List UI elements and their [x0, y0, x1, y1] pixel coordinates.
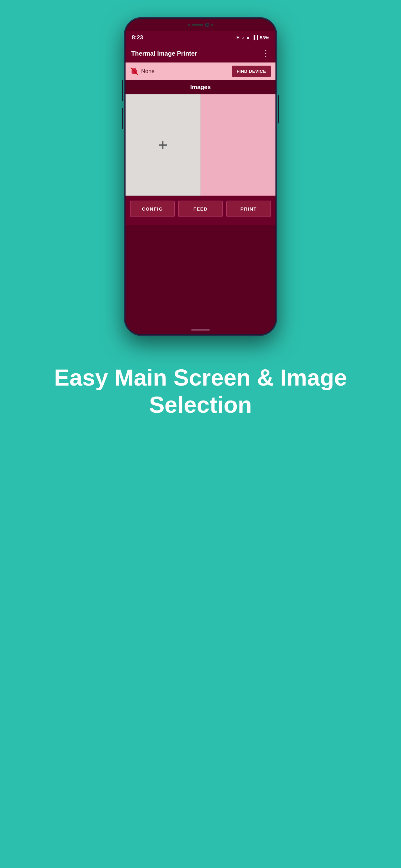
feed-button[interactable]: FEED: [178, 200, 223, 217]
home-bar-indicator: [191, 329, 210, 331]
menu-button[interactable]: ⋮: [262, 49, 270, 58]
empty-image-cell[interactable]: [201, 94, 275, 195]
phone-bottom-area: [126, 225, 275, 326]
add-image-cell[interactable]: +: [126, 94, 201, 195]
phone-frame: 8:23 ✱ ○ ▲ ▐▐ 53%: [124, 17, 277, 336]
sensor-speaker: [192, 24, 203, 26]
images-header: Images: [126, 80, 275, 94]
home-bar: [126, 326, 275, 334]
tagline-text: Easy Main Screen & Image Selection: [31, 364, 370, 419]
printer-off-icon: [130, 67, 139, 75]
app-bar: Thermal Image Printer ⋮: [126, 44, 275, 62]
phone-bezel: 8:23 ✱ ○ ▲ ▐▐ 53%: [126, 19, 275, 334]
image-grid: +: [126, 94, 275, 195]
add-image-icon: +: [158, 137, 167, 153]
circle-icon: ○: [241, 35, 244, 40]
battery-icon: 53%: [260, 35, 269, 40]
top-sensor-bar: [126, 19, 275, 31]
sensor-dot-2: [211, 24, 213, 26]
status-bar: 8:23 ✱ ○ ▲ ▐▐ 53%: [126, 31, 275, 44]
phone-wrapper: 8:23 ✱ ○ ▲ ▐▐ 53%: [124, 17, 277, 336]
wifi-icon: ▲: [245, 35, 250, 40]
status-icons-group: ✱ ○ ▲ ▐▐ 53%: [236, 35, 269, 40]
signal-icon: ▐▐: [252, 35, 258, 40]
config-button[interactable]: CONFIG: [130, 200, 175, 217]
device-status-text: None: [141, 68, 155, 75]
power-button[interactable]: [278, 95, 279, 123]
page-container: 8:23 ✱ ○ ▲ ▐▐ 53%: [0, 0, 401, 868]
print-button[interactable]: PRINT: [226, 200, 271, 217]
images-label: Images: [190, 84, 210, 91]
bottom-buttons-bar: CONFIG FEED PRINT: [126, 195, 275, 225]
volume-down-button[interactable]: [122, 108, 123, 129]
device-row: None FIND DEVICE: [126, 62, 275, 80]
find-device-button[interactable]: FIND DEVICE: [232, 66, 271, 77]
device-none-area: None: [130, 67, 229, 75]
sensor-camera: [205, 23, 209, 27]
bluetooth-icon: ✱: [236, 35, 240, 40]
sensor-dot-1: [188, 24, 190, 26]
app-title: Thermal Image Printer: [131, 50, 197, 57]
status-time: 8:23: [132, 34, 143, 41]
volume-up-button[interactable]: [122, 80, 123, 101]
tagline-area: Easy Main Screen & Image Selection: [0, 364, 401, 419]
